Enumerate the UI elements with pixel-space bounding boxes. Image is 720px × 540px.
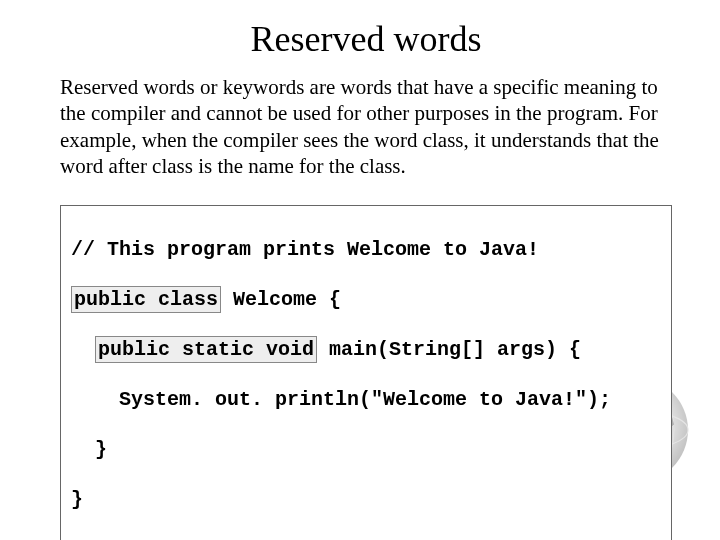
- code-line-3: public static void main(String[] args) {: [71, 337, 661, 362]
- code-text: Welcome {: [221, 288, 341, 311]
- code-line-1: // This program prints Welcome to Java!: [71, 237, 661, 262]
- slide-body: Reserved words or keywords are words tha…: [60, 74, 672, 179]
- keyword-highlight-1: public class: [71, 286, 221, 313]
- code-line-6: }: [71, 487, 661, 512]
- keyword-highlight-2: public static void: [95, 336, 317, 363]
- code-line-5: }: [71, 437, 661, 462]
- slide: Reserved words Reserved words or keyword…: [0, 0, 720, 540]
- code-block: // This program prints Welcome to Java! …: [60, 205, 672, 540]
- code-text: main(String[] args) {: [317, 338, 581, 361]
- code-text: }: [71, 437, 107, 462]
- code-line-4: System. out. println("Welcome to Java!")…: [71, 387, 661, 412]
- code-text: System. out. println("Welcome to Java!")…: [71, 387, 611, 412]
- slide-title: Reserved words: [60, 18, 672, 60]
- code-line-2: public class Welcome {: [71, 287, 661, 312]
